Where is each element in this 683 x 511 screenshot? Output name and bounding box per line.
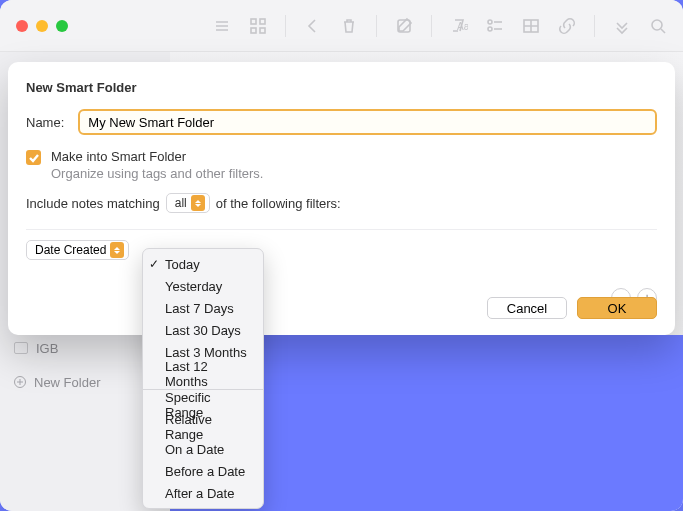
menu-item[interactable]: Last 12 Months [143,363,263,385]
table-icon[interactable] [522,17,540,35]
traffic-lights[interactable] [16,20,68,32]
close-window-icon[interactable] [16,20,28,32]
filter-field-value: Date Created [35,243,106,257]
checkmark-icon [28,152,39,163]
search-icon[interactable] [649,17,667,35]
sidebar-item-label: IGB [36,341,58,356]
menu-item[interactable]: Last 7 Days [143,297,263,319]
new-smart-folder-sheet: New Smart Folder Name: Make into Smart F… [8,62,675,335]
name-input[interactable] [78,109,657,135]
folder-icon [14,342,28,354]
filter-row: Date Created [26,229,657,260]
link-icon[interactable] [558,17,576,35]
new-folder-button[interactable]: New Folder [14,370,156,394]
filter-field-popup[interactable]: Date Created [26,240,129,260]
sheet-title: New Smart Folder [26,80,657,95]
back-icon[interactable] [304,17,322,35]
compose-icon[interactable] [395,17,413,35]
zoom-window-icon[interactable] [56,20,68,32]
titlebar: Aa [0,0,683,52]
grid-view-icon[interactable] [249,17,267,35]
stepper-arrows-icon [110,242,124,258]
trash-icon[interactable] [340,17,358,35]
match-pre-text: Include notes matching [26,196,160,211]
menu-item[interactable]: Today [143,253,263,275]
menu-item[interactable]: After a Date [143,482,263,504]
match-mode-popup[interactable]: all [166,193,210,213]
minimize-window-icon[interactable] [36,20,48,32]
svg-point-6 [488,20,492,24]
stepper-arrows-icon [191,195,205,211]
menu-item[interactable]: Last 30 Days [143,319,263,341]
match-post-text: of the following filters: [216,196,341,211]
checklist-icon[interactable] [486,17,504,35]
menu-item[interactable]: Before a Date [143,460,263,482]
svg-rect-0 [251,19,256,24]
smart-folder-checkbox[interactable] [26,150,41,165]
checkbox-label: Make into Smart Folder [51,149,263,164]
match-mode-value: all [175,196,187,210]
svg-text:Aa: Aa [457,21,468,32]
menu-item[interactable]: On a Date [143,438,263,460]
checkbox-subtext: Organize using tags and other filters. [51,166,263,181]
ok-button[interactable]: OK [577,297,657,319]
svg-point-9 [652,20,662,30]
new-folder-label: New Folder [34,375,100,390]
name-label: Name: [26,115,64,130]
toolbar: Aa [82,15,667,37]
menu-item[interactable]: Yesterday [143,275,263,297]
plus-circle-icon [14,376,26,388]
svg-point-7 [488,27,492,31]
svg-rect-2 [251,28,256,33]
sidebar-item-folder[interactable]: IGB [14,336,156,360]
more-icon[interactable] [613,17,631,35]
svg-rect-1 [260,19,265,24]
menu-item[interactable]: Relative Range [143,416,263,438]
cancel-button[interactable]: Cancel [487,297,567,319]
text-format-icon[interactable]: Aa [450,17,468,35]
list-view-icon[interactable] [213,17,231,35]
date-range-menu[interactable]: TodayYesterdayLast 7 DaysLast 30 DaysLas… [142,248,264,509]
svg-rect-3 [260,28,265,33]
